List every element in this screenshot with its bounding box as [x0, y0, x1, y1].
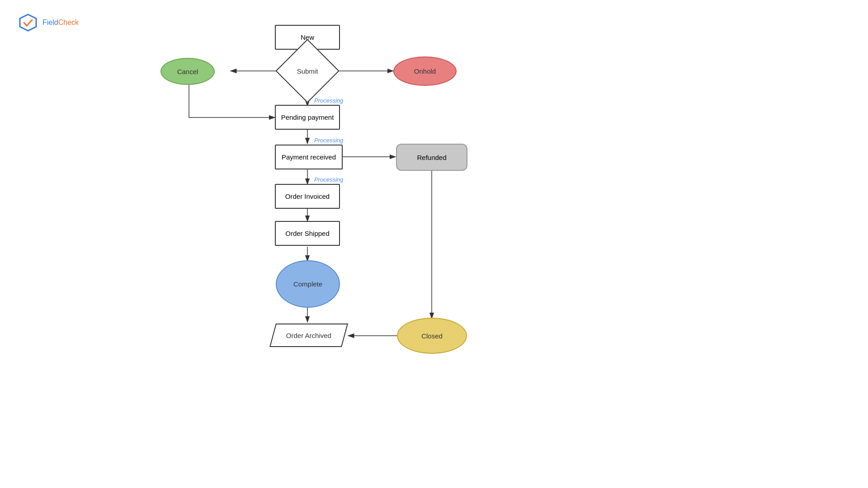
logo: FieldCheck [18, 13, 79, 33]
cancel-node: Cancel [160, 58, 215, 85]
processing-label-2: Processing [314, 137, 343, 144]
complete-node: Complete [276, 260, 340, 308]
logo-text: FieldCheck [42, 19, 79, 27]
payment-received-node: Payment received [275, 145, 343, 169]
order-archived-node: Order Archived [264, 322, 353, 349]
processing-label-1: Processing [314, 97, 343, 104]
order-shipped-node: Order Shipped [275, 221, 340, 246]
order-invoiced-node: Order Invoiced [275, 184, 340, 209]
logo-check: Check [58, 19, 79, 26]
onhold-node: Onhold [393, 56, 457, 86]
refunded-node: Refunded [396, 144, 467, 171]
closed-node: Closed [397, 318, 467, 354]
processing-label-3: Processing [314, 176, 343, 183]
pending-payment-node: Pending payment [275, 105, 340, 130]
submit-diamond: Submit [285, 48, 330, 94]
logo-icon [18, 13, 38, 33]
svg-marker-0 [20, 14, 36, 31]
logo-field: Field [42, 19, 58, 26]
